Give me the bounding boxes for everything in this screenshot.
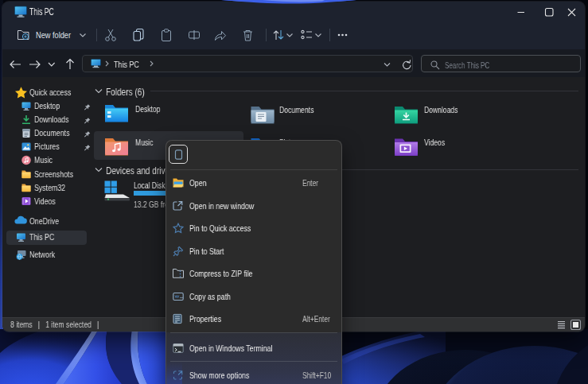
svg-text:New folder: New folder (36, 30, 71, 40)
